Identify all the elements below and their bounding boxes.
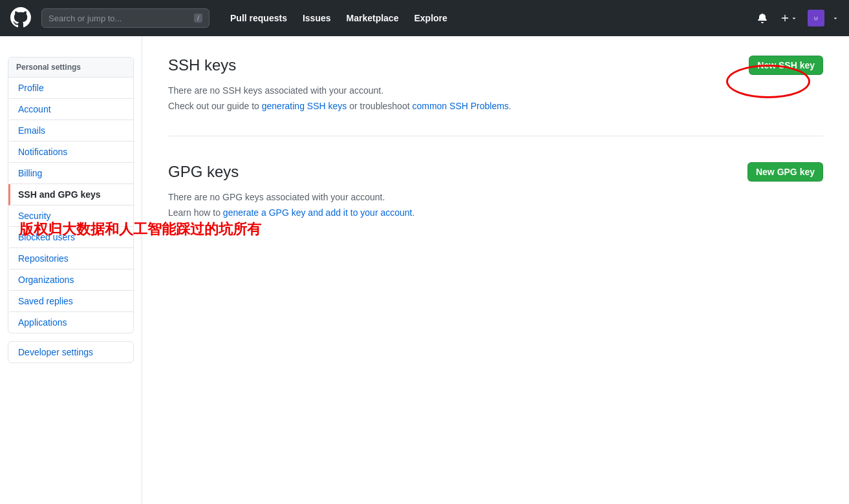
nav-marketplace[interactable]: Marketplace <box>347 13 399 23</box>
nav-explore[interactable]: Explore <box>414 13 447 23</box>
sidebar-item-organizations[interactable]: Organizations <box>8 269 133 291</box>
ssh-empty-message: There are no SSH keys associated with yo… <box>168 85 823 96</box>
navbar: / Pull requests Issues Marketplace Explo… <box>0 0 849 36</box>
github-logo[interactable] <box>10 7 31 30</box>
page-wrapper: Personal settings Profile Account Emails… <box>0 36 849 504</box>
search-input[interactable] <box>48 14 189 23</box>
personal-settings-group: Personal settings Profile Account Emails… <box>8 57 134 333</box>
new-ssh-key-button[interactable]: New SSH key <box>749 56 823 75</box>
sidebar-item-saved-replies[interactable]: Saved replies <box>8 291 133 312</box>
sidebar-item-applications[interactable]: Applications <box>8 312 133 333</box>
gpg-section-title: GPG keys <box>168 163 239 181</box>
navbar-links: Pull requests Issues Marketplace Explore <box>225 13 447 23</box>
ssh-section-body: There are no SSH keys associated with yo… <box>168 85 823 111</box>
personal-settings-header: Personal settings <box>8 58 133 78</box>
sidebar-item-account[interactable]: Account <box>8 99 133 120</box>
sidebar-item-notifications[interactable]: Notifications <box>8 142 133 163</box>
notifications-bell-button[interactable] <box>755 10 770 26</box>
common-ssh-problems-link[interactable]: common SSH Problems <box>412 101 508 111</box>
svg-text:U: U <box>814 16 818 21</box>
ssh-keys-section: SSH keys New SSH key There are no SSH ke… <box>168 56 823 136</box>
generate-gpg-key-link[interactable]: generate a GPG key and add it to your ac… <box>223 207 413 218</box>
gpg-empty-message: There are no GPG keys associated with yo… <box>168 192 823 202</box>
nav-issues[interactable]: Issues <box>303 13 331 23</box>
main-content: SSH keys New SSH key There are no SSH ke… <box>142 36 849 504</box>
sidebar-item-billing[interactable]: Billing <box>8 163 133 184</box>
developer-settings-group: Developer settings <box>8 341 134 363</box>
gpg-section-body: There are no GPG keys associated with yo… <box>168 192 823 218</box>
sidebar-item-repositories[interactable]: Repositories <box>8 248 133 269</box>
new-gpg-key-button[interactable]: New GPG key <box>747 162 823 182</box>
gpg-learn-text: Learn how to generate a GPG key and add … <box>168 207 823 218</box>
generating-ssh-keys-link[interactable]: generating SSH keys <box>262 101 347 111</box>
sidebar: Personal settings Profile Account Emails… <box>0 36 142 504</box>
ssh-section-header: SSH keys New SSH key <box>168 56 823 75</box>
gpg-section-header: GPG keys New GPG key <box>168 162 823 182</box>
sidebar-item-blocked-users[interactable]: Blocked users <box>8 227 133 248</box>
nav-pull-requests[interactable]: Pull requests <box>230 13 287 23</box>
ssh-guide-text: Check out our guide to generating SSH ke… <box>168 101 823 111</box>
navbar-right: U <box>755 10 839 26</box>
search-kbd: / <box>194 14 202 23</box>
user-avatar-button[interactable]: U <box>808 10 824 26</box>
sidebar-item-developer-settings[interactable]: Developer settings <box>8 342 133 362</box>
new-menu-button[interactable] <box>778 11 800 25</box>
sidebar-item-emails[interactable]: Emails <box>8 120 133 142</box>
avatar-dropdown-icon <box>832 15 839 21</box>
ssh-section-title: SSH keys <box>168 56 236 74</box>
search-box[interactable]: / <box>41 8 210 28</box>
sidebar-item-ssh-gpg[interactable]: SSH and GPG keys <box>8 184 133 205</box>
sidebar-item-profile[interactable]: Profile <box>8 78 133 99</box>
gpg-keys-section: GPG keys New GPG key There are no GPG ke… <box>168 162 823 242</box>
sidebar-item-security[interactable]: Security <box>8 205 133 227</box>
